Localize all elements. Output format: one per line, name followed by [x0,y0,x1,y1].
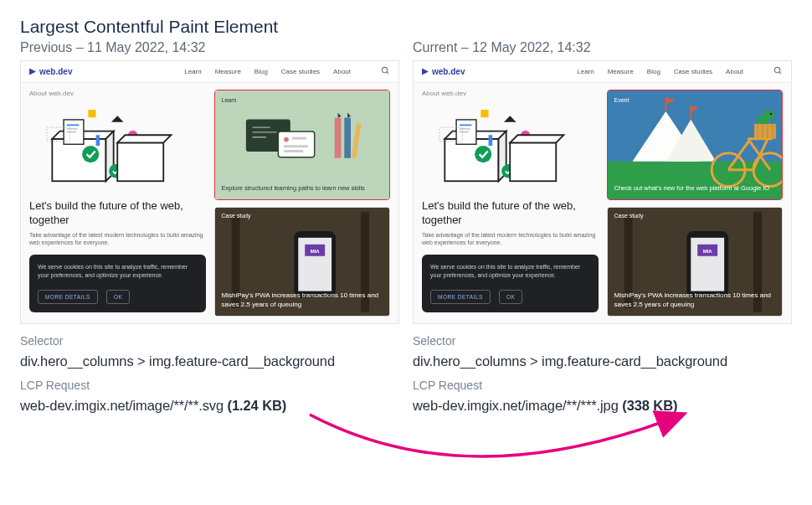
selector-label: Selector [413,332,792,351]
svg-line-1 [387,72,388,74]
comparison-row: Previous – 11 May 2022, 14:32 web.dev Le… [20,40,792,417]
nav-learn: Learn [184,68,201,75]
lcp-element-highlight: Learn [214,90,391,200]
webdev-logo-text: web.dev [432,67,465,76]
svg-point-9 [82,146,99,162]
lcp-request-label: LCP Request [413,377,792,395]
cookie-banner: We serve cookies on this site to analyze… [422,255,599,312]
nav-blog: Blog [254,68,268,75]
cookie-more-button: MORE DETAILS [430,290,491,304]
current-timestamp: Current – 12 May 2022, 14:32 [413,40,792,55]
webdev-logo: web.dev [29,67,72,76]
svg-marker-12 [111,116,124,121]
svg-marker-55 [510,135,563,142]
event-card-label: Event [614,97,776,103]
cookie-text: We serve cookies on this site to analyze… [430,263,590,280]
previous-lcp-size: (1.24 KB) [228,398,287,413]
svg-rect-16 [96,135,100,146]
mini-site-nav: web.dev Learn Measure Blog Case studies … [21,61,398,83]
current-lcp-url: web-dev.imgix.net/image/**/***.jpg [413,398,622,413]
current-pane: Current – 12 May 2022, 14:32 web.dev Lea… [413,40,792,417]
learn-illustration [222,106,383,181]
previous-lcp-url: web-dev.imgix.net/image/**/**.svg [20,398,228,413]
svg-text:MI​A: MI​A [702,248,712,253]
svg-rect-22 [278,131,314,157]
svg-marker-29 [337,113,341,118]
current-info: Selector div.hero__columns > img.feature… [413,332,792,417]
learn-card-label: Learn [222,97,383,103]
svg-point-23 [284,137,289,142]
current-lcp-request: web-dev.imgix.net/image/**/***.jpg (338 … [413,395,792,417]
previous-selector-value: div.hero__columns > img.feature-card__ba… [20,351,399,373]
lcp-request-label: LCP Request [20,377,399,395]
svg-point-40 [774,67,779,72]
current-lcp-size: (338 KB) [622,398,677,413]
hero-heading: Let's build the future of the web, toget… [422,199,599,228]
svg-rect-25 [284,145,308,147]
search-icon [381,66,390,77]
webdev-logo-text: web.dev [39,67,72,76]
cookie-text: We serve cookies on this site to analyze… [38,263,198,280]
svg-rect-28 [344,118,351,158]
svg-rect-24 [291,137,306,140]
svg-marker-52 [504,116,516,121]
svg-rect-56 [489,135,493,146]
case-study-card: MI​A Case study MishiPay's PWA increases… [607,207,784,317]
hero-subtext: Take advantage of the latest modern tech… [29,231,206,246]
cookie-ok-button: OK [106,290,130,304]
previous-screenshot: web.dev Learn Measure Blog Case studies … [20,60,399,324]
cookie-more-button: MORE DETAILS [38,290,98,304]
nav-measure: Measure [215,68,241,75]
mini-nav-links: Learn Measure Blog Case studies About [577,68,743,75]
current-screenshot: web.dev Learn Measure Blog Case studies … [413,60,792,324]
svg-rect-27 [334,118,341,158]
about-label: About web.dev [29,90,206,97]
hero-illustration [29,100,206,193]
svg-rect-54 [510,142,556,181]
svg-line-41 [779,72,781,74]
svg-text:MI​A: MI​A [310,248,320,253]
cookie-ok-button: OK [499,290,522,304]
previous-info: Selector div.hero__columns > img.feature… [20,332,399,417]
about-label: About web.dev [422,90,599,97]
svg-rect-11 [88,110,95,117]
mini-site-nav: web.dev Learn Measure Blog Case studies … [414,61,791,83]
webdev-logo-icon [422,69,429,75]
nav-measure: Measure [608,68,634,75]
page-title: Largest Contentful Paint Element [20,17,792,37]
case-label: Case study [608,208,783,219]
nav-cases: Case studies [674,68,712,75]
previous-pane: Previous – 11 May 2022, 14:32 web.dev Le… [20,40,399,417]
nav-about: About [726,68,743,75]
svg-marker-15 [117,135,171,142]
current-selector-value: div.hero__columns > img.feature-card__ba… [413,351,792,373]
nav-about: About [333,68,351,75]
mini-nav-links: Learn Measure Blog Case studies About [184,68,351,75]
nav-learn: Learn [577,68,594,75]
previous-timestamp: Previous – 11 May 2022, 14:32 [20,40,399,55]
search-icon [773,66,783,77]
selector-label: Selector [20,332,399,351]
svg-point-0 [382,67,387,72]
learn-card-caption: Explore structured learning paths to lea… [222,184,383,193]
case-label: Case study [215,208,390,219]
svg-rect-31 [351,123,360,158]
svg-point-49 [475,146,491,162]
case-study-card: MI​A Case study MishiPay's PWA increases… [214,207,391,317]
cookie-banner: We serve cookies on this site to analyze… [29,255,206,312]
nav-blog: Blog [647,68,660,75]
webdev-logo: web.dev [422,67,465,76]
case-caption: MishiPay's PWA increases transactions 10… [215,291,390,316]
hero-heading: Let's build the future of the web, toget… [29,199,206,228]
previous-lcp-request: web-dev.imgix.net/image/**/**.svg (1.24 … [20,395,399,417]
lcp-element-highlight: Event Check out what's new for the web p… [607,90,784,200]
case-caption: MishiPay's PWA increases transactions 10… [608,291,783,316]
event-card-caption: Check out what's new for the web platfor… [614,184,776,193]
webdev-logo-icon [29,69,36,75]
nav-cases: Case studies [281,68,320,75]
svg-rect-78 [769,113,771,115]
svg-rect-51 [481,110,488,117]
hero-subtext: Take advantage of the latest modern tech… [422,231,599,246]
svg-rect-26 [284,150,303,152]
svg-rect-14 [117,142,163,181]
